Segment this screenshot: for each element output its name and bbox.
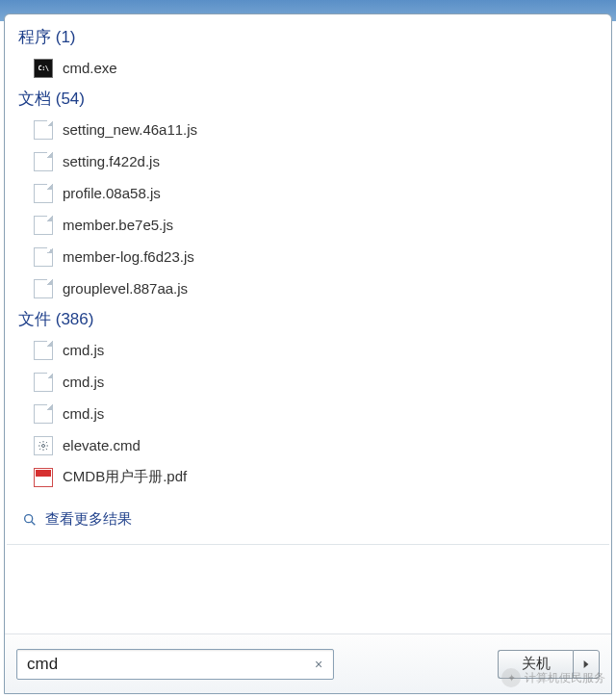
result-item[interactable]: elevate.cmd (5, 429, 611, 461)
results-area: 程序 (1) C:\ cmd.exe 文档 (54) setting_new.4… (5, 14, 611, 545)
clear-search-button[interactable]: × (310, 656, 327, 673)
file-icon (34, 216, 53, 235)
result-item[interactable]: CMDB用户手册.pdf (5, 461, 611, 493)
result-item[interactable]: cmd.js (5, 398, 611, 429)
group-label: 文件 (18, 310, 51, 328)
result-item-label: elevate.cmd (63, 437, 141, 453)
group-count: (54) (56, 90, 85, 108)
result-item[interactable]: C:\ cmd.exe (5, 52, 611, 84)
group-header-programs: 程序 (1) (5, 22, 611, 52)
shutdown-options-button[interactable] (573, 650, 600, 679)
svg-point-0 (42, 444, 45, 447)
result-item-label: cmd.exe (63, 60, 117, 76)
see-more-results[interactable]: 查看更多结果 (5, 503, 611, 536)
svg-point-1 (25, 514, 33, 522)
group-count: (1) (56, 28, 76, 46)
gear-file-icon (34, 436, 53, 455)
result-item-label: profile.08a58.js (63, 185, 161, 201)
divider (7, 544, 609, 545)
group-count: (386) (56, 310, 94, 328)
chevron-right-icon (582, 659, 590, 669)
result-item-label: member-log.f6d23.js (63, 248, 194, 265)
group-label: 程序 (18, 28, 51, 46)
pdf-icon (34, 468, 53, 487)
start-search-panel: 程序 (1) C:\ cmd.exe 文档 (54) setting_new.4… (4, 13, 612, 694)
result-item[interactable]: grouplevel.887aa.js (5, 272, 611, 304)
result-item[interactable]: setting.f422d.js (5, 145, 611, 177)
result-item[interactable]: cmd.js (5, 366, 611, 398)
result-item-label: setting.f422d.js (63, 153, 160, 169)
result-item-label: cmd.js (63, 342, 104, 358)
see-more-results-label: 查看更多结果 (45, 510, 132, 529)
result-item[interactable]: profile.08a58.js (5, 177, 611, 209)
group-label: 文档 (18, 90, 51, 108)
group-header-files: 文件 (386) (5, 304, 611, 334)
cmd-icon: C:\ (34, 59, 53, 78)
search-box[interactable]: × (16, 649, 334, 680)
file-icon (34, 247, 53, 267)
result-item[interactable]: member.be7e5.js (5, 209, 611, 241)
file-icon (34, 184, 53, 203)
result-item-label: CMDB用户手册.pdf (63, 468, 187, 486)
file-icon (34, 120, 53, 140)
result-item-label: grouplevel.887aa.js (63, 280, 188, 297)
file-icon (34, 341, 53, 360)
shutdown-label: 关机 (522, 655, 551, 673)
search-icon (22, 512, 38, 528)
group-header-documents: 文档 (54) (5, 84, 611, 114)
svg-line-2 (32, 521, 36, 525)
result-item[interactable]: setting_new.46a11.js (5, 114, 611, 145)
shutdown-button[interactable]: 关机 (498, 650, 573, 679)
result-item[interactable]: cmd.js (5, 334, 611, 366)
search-input[interactable] (27, 655, 310, 674)
file-icon (34, 373, 53, 392)
shutdown-button-group: 关机 (498, 650, 600, 679)
file-icon (34, 404, 53, 424)
result-item[interactable]: member-log.f6d23.js (5, 241, 611, 272)
file-icon (34, 152, 53, 171)
result-item-label: setting_new.46a11.js (63, 121, 197, 138)
file-icon (34, 279, 53, 298)
result-item-label: cmd.js (63, 374, 104, 390)
result-item-label: member.be7e5.js (63, 217, 173, 233)
result-item-label: cmd.js (63, 405, 104, 422)
bottom-bar: × 关机 (5, 633, 611, 693)
